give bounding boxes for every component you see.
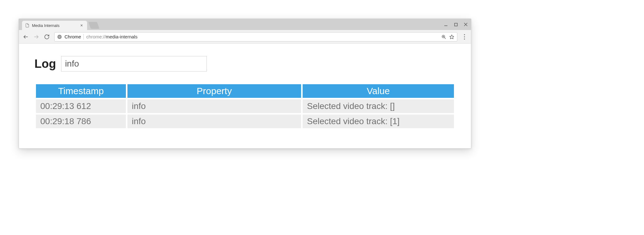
browser-toolbar: Chrome chrome://media-internals <box>19 30 471 44</box>
url-scheme-label: Chrome <box>64 34 81 39</box>
svg-point-8 <box>59 36 60 37</box>
close-window-icon[interactable] <box>464 22 468 27</box>
log-header: Log <box>34 56 455 72</box>
cell-value: Selected video track: [] <box>303 99 454 113</box>
cell-timestamp: 00:29:18 786 <box>36 115 126 128</box>
window-controls <box>444 19 468 30</box>
zoom-icon[interactable] <box>441 34 446 40</box>
address-bar[interactable]: Chrome chrome://media-internals <box>54 32 457 41</box>
page-content: Log Timestamp Property Value 00:29:13 61… <box>19 44 471 148</box>
log-filter-input[interactable] <box>61 56 207 72</box>
cell-timestamp: 00:29:13 612 <box>36 99 126 113</box>
back-icon[interactable] <box>23 34 29 40</box>
maximize-icon[interactable] <box>454 22 458 27</box>
new-tab-button[interactable] <box>88 22 100 29</box>
url-text: chrome://media-internals <box>86 34 137 39</box>
page-icon <box>25 23 29 28</box>
table-header-row: Timestamp Property Value <box>36 84 454 98</box>
kebab-menu-icon[interactable] <box>462 34 467 40</box>
chrome-icon <box>57 34 62 39</box>
cell-property: info <box>127 99 301 113</box>
minimize-icon[interactable] <box>444 22 448 27</box>
svg-marker-13 <box>450 35 454 39</box>
tab-title: Media Internals <box>32 23 77 28</box>
svg-point-16 <box>464 38 465 39</box>
tab-strip: Media Internals × <box>19 19 471 30</box>
forward-icon <box>33 34 39 40</box>
col-header-property: Property <box>127 84 301 98</box>
star-icon[interactable] <box>449 34 455 40</box>
reload-icon[interactable] <box>44 34 50 40</box>
table-row: 00:29:18 786 info Selected video track: … <box>36 115 454 128</box>
log-table: Timestamp Property Value 00:29:13 612 in… <box>34 83 455 130</box>
svg-line-10 <box>444 37 446 39</box>
cell-property: info <box>127 115 301 128</box>
svg-rect-1 <box>455 23 457 26</box>
col-header-value: Value <box>303 84 454 98</box>
browser-tab[interactable]: Media Internals × <box>22 21 87 30</box>
browser-window: Media Internals × <box>19 19 471 149</box>
col-header-timestamp: Timestamp <box>36 84 126 98</box>
svg-point-14 <box>464 34 465 35</box>
close-tab-icon[interactable]: × <box>79 23 84 28</box>
url-divider <box>83 34 84 40</box>
svg-point-15 <box>464 36 465 37</box>
table-row: 00:29:13 612 info Selected video track: … <box>36 99 454 113</box>
cell-value: Selected video track: [1] <box>303 115 454 128</box>
log-heading: Log <box>34 57 56 71</box>
